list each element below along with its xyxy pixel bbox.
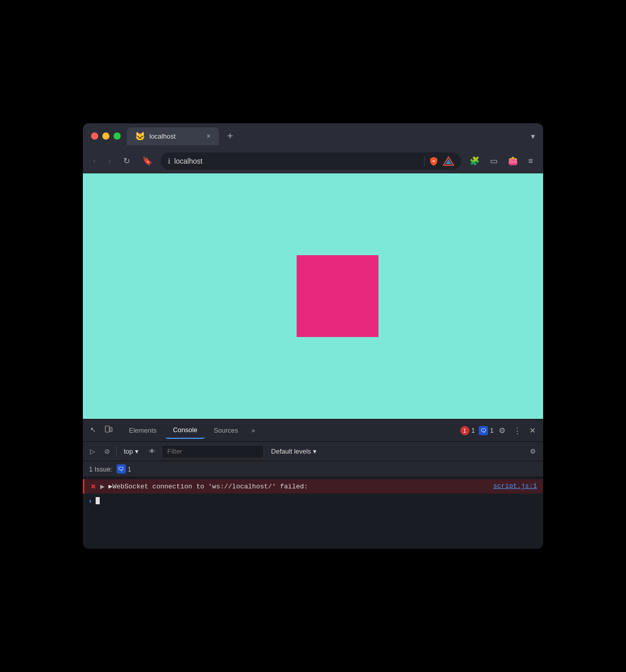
issues-badge: 🗨 1 bbox=[117, 464, 131, 474]
bookmark-button[interactable]: 🔖 bbox=[138, 153, 156, 169]
security-icon: ℹ bbox=[168, 157, 170, 165]
astral-icon[interactable] bbox=[443, 155, 454, 167]
traffic-lights bbox=[91, 132, 121, 140]
default-levels-label: Default levels bbox=[271, 447, 311, 455]
tab-elements[interactable]: Elements bbox=[122, 422, 164, 438]
tabs-chevron-icon[interactable]: ▾ bbox=[531, 131, 535, 141]
svg-rect-2 bbox=[105, 426, 109, 432]
bookmark-icon: 🔖 bbox=[142, 156, 152, 166]
error-message: ▶WebSocket connection to 'ws://localhost… bbox=[108, 482, 489, 490]
error-icon: ✖ bbox=[91, 483, 96, 490]
forward-icon: › bbox=[108, 156, 110, 166]
svg-rect-3 bbox=[110, 428, 112, 432]
extensions-icon: 🧩 bbox=[469, 156, 480, 165]
prompt-cursor[interactable] bbox=[96, 497, 100, 504]
maximize-button[interactable] bbox=[114, 132, 121, 140]
error-badge: 1 1 bbox=[460, 426, 475, 435]
issues-badge-icon: 🗨 bbox=[117, 464, 126, 474]
tab-console[interactable]: Console bbox=[166, 422, 205, 439]
issue-badge: 🗨 1 bbox=[479, 426, 494, 435]
error-count-text: 1 bbox=[472, 427, 475, 434]
nav-icons-right: 🧩 ▭ 👛 ≡ bbox=[465, 153, 537, 169]
tab-favicon: 🐱 bbox=[135, 131, 145, 141]
tab-close-button[interactable]: × bbox=[207, 132, 211, 140]
devtools-actions: ⚙ ⋮ ✕ bbox=[496, 423, 539, 438]
back-icon: ‹ bbox=[93, 156, 96, 166]
webpage-content bbox=[83, 173, 543, 419]
issues-bar: 1 Issue: 🗨 1 bbox=[83, 461, 543, 477]
address-bar[interactable]: ℹ localhost bbox=[161, 152, 461, 170]
tab-title: localhost bbox=[149, 132, 203, 140]
title-bar: 🐱 localhost × + ▾ bbox=[83, 123, 543, 149]
reload-icon: ↻ bbox=[123, 156, 130, 166]
wallet-icon: 👛 bbox=[508, 156, 518, 165]
browser-tab[interactable]: 🐱 localhost × bbox=[127, 127, 219, 145]
close-button[interactable] bbox=[91, 132, 98, 140]
nav-bar: ‹ › ↻ 🔖 ℹ localhost bbox=[83, 149, 543, 173]
more-options-button[interactable]: ⋮ bbox=[510, 423, 524, 438]
brave-shield-icon[interactable] bbox=[429, 156, 439, 166]
menu-icon: ≡ bbox=[528, 156, 533, 165]
console-toolbar: ▷ ⊘ top ▾ 👁 Default levels ▾ ⚙ bbox=[83, 442, 543, 461]
pink-square bbox=[297, 255, 378, 337]
tab-sources[interactable]: Sources bbox=[207, 422, 245, 438]
step-over-button[interactable]: ▷ bbox=[87, 445, 98, 457]
back-button[interactable]: ‹ bbox=[89, 153, 100, 169]
context-arrow-icon: ▾ bbox=[135, 447, 139, 455]
issue-count-badge: 🗨 bbox=[479, 426, 488, 435]
tab-area: 🐱 localhost × + ▾ bbox=[127, 127, 535, 145]
issues-count: 1 bbox=[128, 465, 131, 473]
console-output: ✖ ▶ ▶WebSocket connection to 'ws://local… bbox=[83, 477, 543, 549]
default-levels-button[interactable]: Default levels ▾ bbox=[267, 445, 321, 457]
sidebar-button[interactable]: ▭ bbox=[486, 153, 502, 169]
address-divider bbox=[424, 156, 424, 166]
levels-arrow-icon: ▾ bbox=[313, 447, 317, 455]
more-tabs-button[interactable]: » bbox=[248, 423, 259, 437]
expand-icon[interactable]: ▶ bbox=[100, 483, 104, 490]
reload-button[interactable]: ↻ bbox=[119, 153, 134, 169]
browser-window: 🐱 localhost × + ▾ ‹ › ↻ 🔖 ℹ localhost bbox=[83, 123, 543, 549]
toolbar-divider bbox=[116, 446, 117, 457]
close-devtools-button[interactable]: ✕ bbox=[526, 423, 539, 438]
block-icon[interactable]: ⊘ bbox=[101, 445, 113, 457]
devtools-badges: 1 1 🗨 1 bbox=[460, 426, 494, 435]
error-count-badge: 1 bbox=[460, 426, 469, 435]
console-settings-button[interactable]: ⚙ bbox=[527, 445, 539, 457]
context-label: top bbox=[124, 447, 133, 455]
context-selector[interactable]: top ▾ bbox=[120, 445, 143, 457]
sidebar-icon: ▭ bbox=[490, 156, 498, 165]
cursor-tool-icon[interactable]: ↖ bbox=[87, 422, 99, 438]
devtools-tool-icons: ↖ bbox=[87, 422, 116, 438]
filter-input[interactable] bbox=[162, 445, 264, 458]
devtools-tab-bar: ↖ Elements Console Sources » 1 1 bbox=[83, 419, 543, 442]
console-prompt: › bbox=[83, 494, 543, 508]
address-text: localhost bbox=[174, 157, 420, 165]
menu-button[interactable]: ≡ bbox=[524, 153, 537, 169]
issue-count-text: 1 bbox=[490, 427, 494, 434]
error-source-link[interactable]: script.js:1 bbox=[493, 482, 537, 490]
minimize-button[interactable] bbox=[102, 132, 109, 140]
new-tab-button[interactable]: + bbox=[223, 128, 237, 144]
settings-button[interactable]: ⚙ bbox=[496, 423, 508, 438]
device-tool-icon[interactable] bbox=[101, 422, 116, 438]
forward-button[interactable]: › bbox=[104, 153, 115, 169]
eye-icon[interactable]: 👁 bbox=[146, 445, 159, 457]
console-error-entry: ✖ ▶ ▶WebSocket connection to 'ws://local… bbox=[83, 479, 543, 494]
extensions-button[interactable]: 🧩 bbox=[465, 153, 484, 169]
prompt-arrow-icon: › bbox=[89, 497, 92, 505]
wallet-button[interactable]: 👛 bbox=[504, 153, 522, 169]
issues-label: 1 Issue: bbox=[89, 465, 113, 473]
devtools-panel: ↖ Elements Console Sources » 1 1 bbox=[83, 419, 543, 549]
